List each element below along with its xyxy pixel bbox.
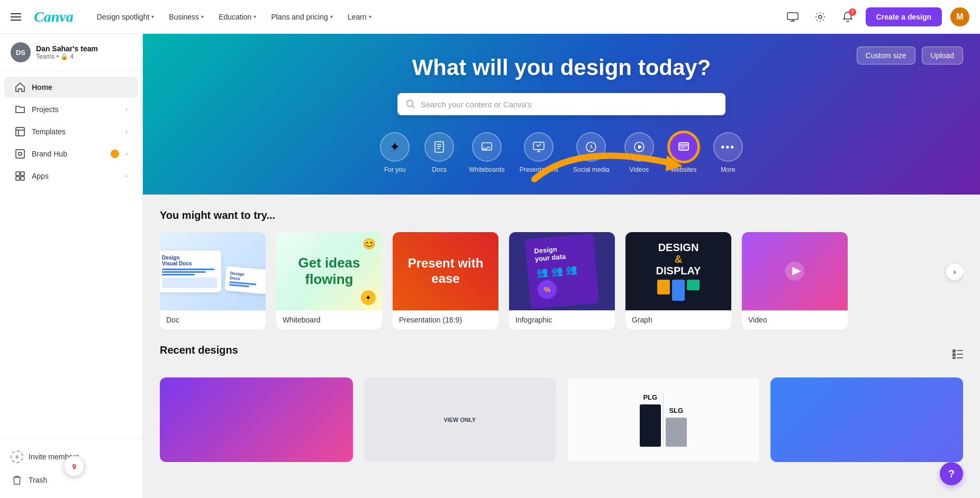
- chevron-right-icon: ›: [125, 106, 128, 113]
- suggestion-card-doc[interactable]: DesignVisual Docs DesignDocs: [160, 232, 266, 329]
- suggestion-card-whiteboard[interactable]: Get ideas flowing 😊 ✦ Whiteboard: [276, 232, 382, 329]
- svg-rect-23: [952, 349, 956, 353]
- sidebar-item-label: Apps: [32, 172, 119, 180]
- presentation-text: Present with ease: [393, 247, 498, 295]
- quick-link-for-you[interactable]: ✦ For you: [380, 132, 410, 173]
- presentation-card-thumb: Present with ease: [393, 232, 498, 310]
- chevron-right-icon: ›: [125, 128, 128, 135]
- recent-thumb-1: [160, 377, 353, 462]
- sidebar-item-home[interactable]: Home: [4, 77, 138, 98]
- quick-link-videos[interactable]: Videos: [624, 132, 654, 173]
- suggestion-card-infographic[interactable]: Designyour data 👥👥👥 % Infographic: [509, 232, 615, 329]
- nav-education[interactable]: Education ▾: [212, 10, 262, 24]
- quick-link-whiteboards[interactable]: Whiteboards: [469, 132, 504, 173]
- notifications-icon[interactable]: 7: [838, 7, 857, 26]
- suggestion-card-graph[interactable]: DESIGN&DISPLAY Graph: [625, 232, 731, 329]
- floating-notification[interactable]: 9: [63, 456, 85, 477]
- quick-link-label: More: [721, 166, 735, 173]
- recent-card-2[interactable]: VIEW ONLY: [364, 377, 557, 462]
- list-view-icon[interactable]: [952, 349, 963, 362]
- infographic-card-thumb: Designyour data 👥👥👥 %: [509, 232, 615, 310]
- recent-thumb-3: PLG SLG: [567, 377, 760, 462]
- quick-link-websites[interactable]: Websites: [669, 132, 698, 173]
- sidebar-item-label: Brand Hub: [32, 150, 104, 158]
- suggestion-card-video[interactable]: Video: [742, 232, 848, 329]
- recent-card-1[interactable]: [160, 377, 353, 462]
- upload-button[interactable]: Upload: [922, 47, 963, 64]
- quick-link-label: For you: [384, 166, 406, 173]
- create-design-button[interactable]: Create a design: [866, 7, 942, 26]
- quick-link-presentations[interactable]: Presentations: [520, 132, 558, 173]
- recent-card-4[interactable]: [770, 377, 964, 462]
- monitor-icon[interactable]: [783, 7, 802, 26]
- quick-link-more[interactable]: ••• More: [713, 132, 743, 173]
- pro-badge: [111, 150, 119, 158]
- svg-point-5: [113, 152, 117, 156]
- svg-rect-0: [787, 13, 798, 20]
- cards-next-button[interactable]: ›: [946, 263, 963, 280]
- suggestion-card-presentation[interactable]: Present with ease Presentation (16:9): [393, 232, 498, 329]
- nav-design-spotlight[interactable]: Design spotlight ▾: [90, 10, 161, 24]
- presentation-card-label: Presentation (16:9): [393, 310, 498, 329]
- nav-learn[interactable]: Learn ▾: [341, 10, 378, 24]
- quick-link-label: Presentations: [520, 166, 558, 173]
- team-section[interactable]: DS Dan Sahar's team Teams • 🔒 4: [0, 34, 142, 71]
- svg-rect-6: [16, 172, 20, 176]
- nav-plans-pricing[interactable]: Plans and pricing ▾: [265, 10, 339, 24]
- recent-title: Recent designs: [160, 344, 238, 356]
- presentations-icon: [524, 132, 553, 162]
- sidebar: DS Dan Sahar's team Teams • 🔒 4 Home Pro…: [0, 34, 143, 498]
- view-only-badge: VIEW ONLY: [438, 414, 481, 425]
- whiteboard-card-thumb: Get ideas flowing 😊 ✦: [276, 232, 382, 310]
- folder-icon: [15, 104, 25, 115]
- nav-business[interactable]: Business ▾: [162, 10, 210, 24]
- chevron-right-icon: ›: [125, 172, 128, 180]
- chevron-right-icon: ›: [125, 150, 128, 158]
- content-area: Custom size Upload What will you design …: [143, 34, 980, 498]
- apps-icon: [15, 171, 25, 181]
- quick-link-social-media[interactable]: Social media: [573, 132, 610, 173]
- svg-rect-9: [21, 177, 24, 180]
- whiteboard-text: Get ideas flowing: [276, 248, 382, 294]
- recent-card-3[interactable]: PLG SLG: [567, 377, 760, 462]
- top-nav: Canva Design spotlight ▾ Business ▾ Educ…: [0, 0, 980, 34]
- notification-badge: 7: [849, 8, 856, 16]
- settings-icon[interactable]: [811, 7, 830, 26]
- custom-size-button[interactable]: Custom size: [857, 47, 915, 64]
- template-icon: [15, 126, 25, 137]
- canva-logo[interactable]: Canva: [34, 8, 74, 25]
- menu-button[interactable]: [11, 13, 21, 21]
- infographic-card-label: Infographic: [509, 310, 615, 329]
- help-button[interactable]: ?: [940, 462, 963, 485]
- trash-label: Trash: [29, 476, 47, 484]
- svg-rect-25: [952, 353, 956, 356]
- docs-icon: [424, 132, 454, 162]
- svg-rect-27: [952, 357, 956, 359]
- recent-thumb-4: [770, 377, 964, 462]
- smiley-icon: 😊: [362, 237, 376, 250]
- sidebar-nav: Home Projects › Templates ›: [0, 71, 142, 438]
- recent-thumb-2: VIEW ONLY: [364, 377, 557, 462]
- svg-rect-11: [435, 142, 443, 152]
- star-icon: ✦: [361, 290, 376, 305]
- sidebar-item-brandhub[interactable]: Brand Hub ›: [4, 143, 138, 164]
- quick-link-docs[interactable]: Docs: [424, 132, 454, 173]
- sidebar-item-apps[interactable]: Apps ›: [4, 165, 138, 187]
- svg-point-1: [819, 15, 822, 19]
- graph-card-label: Graph: [625, 310, 731, 329]
- hero-banner: Custom size Upload What will you design …: [143, 34, 980, 195]
- suggestion-cards-row: DesignVisual Docs DesignDocs: [160, 232, 963, 329]
- svg-rect-19: [680, 147, 685, 149]
- team-avatar: DS: [11, 42, 31, 62]
- search-icon: [406, 99, 415, 109]
- for-you-icon: ✦: [380, 132, 410, 162]
- hero-actions: Custom size Upload: [857, 47, 963, 64]
- search-bar: [397, 93, 725, 115]
- sidebar-item-label: Projects: [32, 105, 119, 114]
- sidebar-item-templates[interactable]: Templates ›: [4, 121, 138, 142]
- avatar[interactable]: M: [950, 7, 969, 26]
- chevron-down-icon: ▾: [253, 14, 256, 20]
- search-input[interactable]: [421, 100, 717, 109]
- websites-icon: [669, 132, 698, 162]
- sidebar-item-projects[interactable]: Projects ›: [4, 99, 138, 120]
